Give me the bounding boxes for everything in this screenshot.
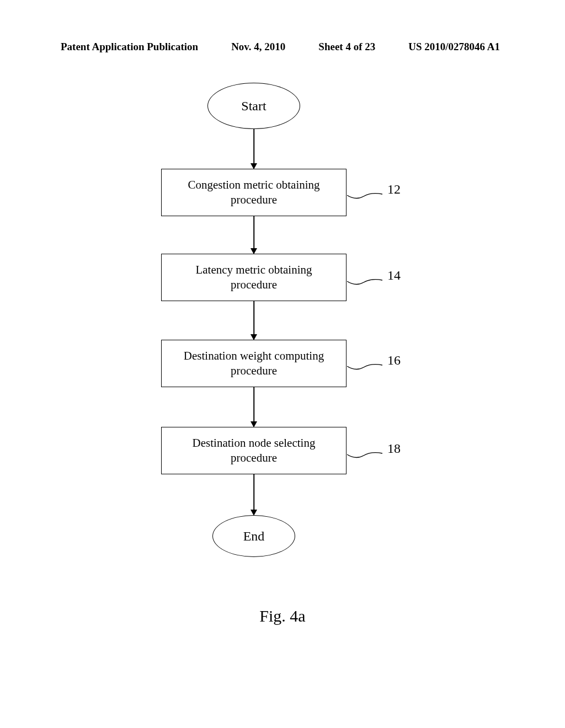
reference-numeral: 12 xyxy=(387,182,401,197)
end-label: End xyxy=(243,529,265,544)
process-step-12: Congestion metric obtaining procedure xyxy=(161,169,347,216)
publication-date: Nov. 4, 2010 xyxy=(231,41,285,53)
arrow xyxy=(253,474,254,512)
publication-number: US 2010/0278046 A1 xyxy=(408,41,500,53)
arrow xyxy=(253,387,254,424)
arrow xyxy=(253,129,254,165)
terminal-end: End xyxy=(212,515,295,557)
callout-line xyxy=(347,190,382,201)
process-label: Congestion metric obtaining procedure xyxy=(172,178,336,208)
publication-type: Patent Application Publication xyxy=(61,41,198,53)
page-header: Patent Application Publication Nov. 4, 2… xyxy=(0,0,565,53)
process-step-14: Latency metric obtaining procedure xyxy=(161,254,347,301)
figure-caption: Fig. 4a xyxy=(0,607,565,625)
arrow xyxy=(253,216,254,250)
start-label: Start xyxy=(241,99,266,114)
sheet-number: Sheet 4 of 23 xyxy=(318,41,375,53)
terminal-start: Start xyxy=(207,83,300,129)
process-step-16: Destination weight computing procedure xyxy=(161,340,347,387)
process-label: Destination weight computing procedure xyxy=(172,349,336,379)
arrow xyxy=(253,301,254,336)
process-step-18: Destination node selecting procedure xyxy=(161,427,347,474)
reference-numeral: 18 xyxy=(387,441,401,456)
reference-numeral: 16 xyxy=(387,353,401,368)
callout-line xyxy=(347,276,382,287)
reference-numeral: 14 xyxy=(387,268,401,283)
callout-line xyxy=(347,449,382,460)
process-label: Destination node selecting procedure xyxy=(172,436,336,466)
process-label: Latency metric obtaining procedure xyxy=(172,263,336,293)
callout-line xyxy=(347,361,382,372)
